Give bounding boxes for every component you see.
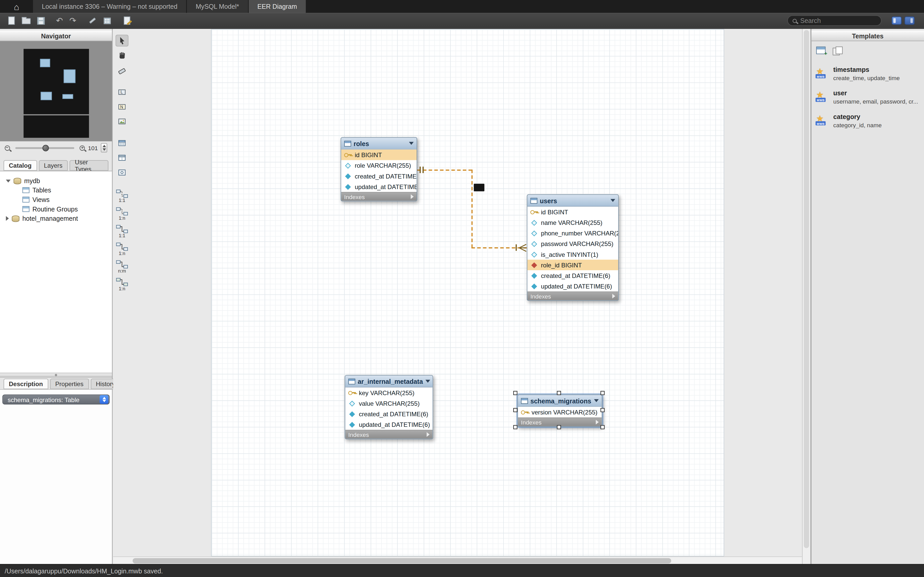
relationship-line[interactable] [417,169,472,171]
table-tool[interactable] [115,137,128,149]
selection-handle[interactable] [601,425,604,429]
indexes-footer[interactable]: Indexes [345,430,432,439]
edit-document-icon[interactable] [122,16,132,26]
vertical-scrollbar[interactable] [802,29,811,564]
open-folder-icon[interactable] [21,16,31,26]
column-row[interactable]: role_id BIGINT [528,259,618,270]
column-row[interactable]: is_active TINYINT(1) [528,249,618,259]
horizontal-scrollbar[interactable] [113,556,802,564]
note-tool[interactable]: N [115,101,128,113]
tab-catalog[interactable]: Catalog [3,160,37,171]
table-header[interactable]: users [528,195,618,207]
template-item-user[interactable]: ★MWB user username, email, password, cr.… [811,85,924,109]
column-row[interactable]: role VARCHAR(255) [341,160,417,171]
zoom-in-icon[interactable] [80,145,85,150]
horizontal-scrollbar-thumb[interactable] [132,558,671,564]
many-to-many-tool[interactable]: n:m [116,260,128,274]
diagram-canvas[interactable]: L N 1:1 1:n 1:1 1:n [113,29,802,564]
tab-eer-diagram[interactable]: EER Diagram [249,0,307,13]
template-item-timestamps[interactable]: ★MWB timestamps create_time, update_time [811,62,924,85]
column-row[interactable]: version VARCHAR(255) [518,407,602,417]
tab-description[interactable]: Description [3,379,48,389]
table-ar-internal-metadata[interactable]: ar_internal_metadata key VARCHAR(255) va… [345,375,433,439]
hand-tool[interactable] [115,50,128,61]
grid-icon[interactable] [102,16,113,26]
column-row[interactable]: id BIGINT [528,206,618,217]
column-row[interactable]: created_at DATETIME(6) [341,171,417,181]
column-row[interactable]: updated_at DATETIME(6) [528,281,618,291]
collapse-arrow-icon[interactable] [594,399,599,402]
zoom-stepper[interactable] [101,143,107,153]
expand-indexes-icon[interactable] [426,432,430,437]
column-row[interactable]: updated_at DATETIME(6) [345,419,432,430]
pointer-tool[interactable] [115,35,128,47]
expand-indexes-icon[interactable] [596,420,599,424]
collapse-arrow-icon[interactable] [6,216,9,221]
zoom-out-icon[interactable] [5,145,10,150]
layer-tool[interactable]: L [115,86,128,98]
column-row[interactable]: created_at DATETIME(6) [345,409,432,419]
indexes-footer[interactable]: Indexes [341,192,417,201]
search-box[interactable] [787,15,882,26]
column-row[interactable]: phone_number VARCHAR(255) [528,228,618,239]
one-to-many-existing-columns-tool[interactable]: 1:n [116,278,128,292]
column-row[interactable]: name VARCHAR(255) [528,217,618,228]
toggle-right-sidebar-icon[interactable] [905,16,915,25]
selection-handle[interactable] [601,391,604,395]
table-schema-migrations[interactable]: schema_migrations version VARCHAR(255) I… [517,394,602,427]
save-icon[interactable] [36,16,46,26]
selection-handle[interactable] [601,408,604,412]
tree-item-routine-groups[interactable]: Routine Groups [0,204,112,214]
tab-user-types[interactable]: User Types [69,160,108,171]
zoom-slider[interactable] [15,147,74,148]
one-to-many-nonidentifying-tool[interactable]: 1:n [116,207,128,221]
expand-arrow-icon[interactable] [6,179,11,182]
selection-handle[interactable] [557,391,561,395]
column-row[interactable]: updated_at DATETIME(6) [341,181,417,192]
table-header[interactable]: roles [341,138,417,150]
selection-handle[interactable] [513,391,517,395]
relationship-label-box[interactable] [474,184,485,192]
tab-mysql-model[interactable]: MySQL Model* [187,0,249,13]
template-item-category[interactable]: ★MWB category category_id, name [811,109,924,132]
table-users[interactable]: users id BIGINT name VARCHAR(255) phone_… [527,194,619,301]
duplicate-template-icon[interactable] [833,47,843,55]
search-input[interactable] [800,17,876,24]
table-header[interactable]: schema_migrations [518,395,602,407]
selection-handle[interactable] [513,408,517,412]
navigator-minimap[interactable] [0,41,112,142]
undo-icon[interactable]: ↶ [55,16,64,26]
relationship-line[interactable] [472,169,473,248]
one-to-one-identifying-tool[interactable]: 1:1 [116,225,128,239]
expand-indexes-icon[interactable] [612,294,615,298]
column-row[interactable]: created_at DATETIME(6) [528,270,618,281]
zoom-slider-thumb[interactable] [42,145,49,151]
collapse-arrow-icon[interactable] [611,199,615,202]
collapse-arrow-icon[interactable] [409,142,414,145]
new-template-icon[interactable] [816,47,826,54]
redo-icon[interactable]: ↷ [68,16,78,26]
panel-splitter[interactable] [0,373,112,377]
column-row[interactable]: key VARCHAR(255) [345,387,432,398]
table-roles[interactable]: roles id BIGINT role VARCHAR(255) create… [341,137,417,201]
table-header[interactable]: ar_internal_metadata [345,376,432,387]
eraser-tool[interactable] [115,64,128,76]
tab-layers[interactable]: Layers [39,160,68,171]
one-to-one-nonidentifying-tool[interactable]: 1:1 [116,190,128,203]
column-row[interactable]: id BIGINT [341,150,417,160]
vertical-scrollbar-thumb[interactable] [804,30,809,548]
tab-properties[interactable]: Properties [50,379,89,389]
collapse-arrow-icon[interactable] [425,380,430,382]
selection-handle[interactable] [557,425,561,429]
marker-icon[interactable] [87,16,98,26]
routine-group-tool[interactable] [115,167,128,179]
diagram-page[interactable] [211,29,724,556]
column-row[interactable]: password VARCHAR(255) [528,239,618,249]
image-tool[interactable] [115,115,128,127]
toggle-left-sidebar-icon[interactable] [892,16,901,25]
new-document-icon[interactable] [6,16,16,26]
column-row[interactable]: value VARCHAR(255) [345,398,432,409]
view-tool[interactable] [115,152,128,164]
tree-item-views[interactable]: Views [0,195,112,205]
tree-item-mydb[interactable]: mydb [0,176,112,185]
